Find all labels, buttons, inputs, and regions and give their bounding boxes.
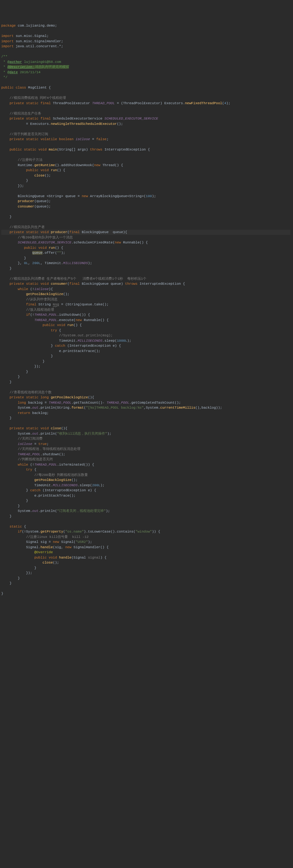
comment: //每200毫秒 判断线程池积压数量 [34,473,88,477]
run-method: public void run() { [42,323,82,327]
comment: //判断线程池是否关闭 [18,458,53,461]
comment: //每200毫秒向队列中放入一个消息 [18,236,73,239]
sleep-call: TimeUnit.MILLISECONDS.sleep(1000L); [59,339,131,343]
brace: } [18,577,20,580]
return: return backlog; [18,411,49,415]
signal-new: Signal sig = new Signal("USR2"); [26,540,92,544]
while: while (!THREAD_POOL.isTerminated()) { [18,463,94,467]
handle-method: public void handle(Signal signal) { [34,556,107,559]
execute-call: THREAD_POOL.execute(new Runnable() { [34,318,109,322]
comment: //模拟消费线程池 同时4个线程处理 [9,96,66,100]
run-method: public void run() { [24,246,63,250]
backlog-call: getPoolBacklogSize(); [26,292,69,296]
static-block: static { [9,525,26,528]
comment: //关闭线程池，等待线程池积压消息处理 [18,447,80,451]
import-line: import sun.misc.Signal; [1,34,49,38]
println: System.out.println("收到kill消息，执行关闭操作"); [18,432,111,436]
queue-decl: BlockingQueue <String> queue = new Array… [18,194,156,198]
brace: } [18,375,20,379]
main-sig: public static void main(String[] args) t… [9,148,150,151]
println: System.out.println("订阅者关闭，线程池处理完毕"); [18,509,110,513]
println: System.out.println(String.format("[%s]TH… [18,406,222,410]
brace: }); [18,184,24,188]
brace: } [18,504,20,508]
comment: //关闭订阅消费 [18,437,42,441]
override-annotation: @Override [34,550,53,554]
brace: }); [26,571,32,575]
comment: //查看线程池堆积消息个数 [9,391,51,394]
producer-call: producer(queue); [18,199,51,203]
comment: //模拟消息队列生产者 [9,225,44,229]
comment: //用于判断是否关闭订阅 [9,132,48,136]
caret-line: private static void producer(final Block… [1,230,291,235]
consumer-call: consumer(queue); [18,205,51,208]
catch: } catch (InterruptedException e) { [26,489,96,492]
field-scheduler: private static final ScheduledExecutorSe… [9,117,158,121]
brace: } [9,380,11,384]
comment: //放入线程池处理 [26,308,54,312]
try: try { [26,468,36,471]
if-shutdown: if(!THREAD_POOL.isShutdown()) { [26,313,90,317]
class-close-brace: } [1,592,3,595]
brace: } [24,256,26,260]
comment: //模拟消息生产任务 [9,112,41,116]
field-isclose: private static volatile boolean isClose … [9,137,108,141]
javadoc-open: /** [1,55,7,59]
import-line: import sun.misc.SignalHandler; [1,39,63,43]
javadoc-author: * @author lujianing01@58.com [1,60,61,64]
field-thread-pool: private static final ThreadPoolExecutor … [9,101,230,105]
backlog-call: getPoolBacklogSize(); [34,478,78,482]
take-call: final String msg = (String)queue.take(); [26,303,108,306]
backlog-calc: long backlog = THREAD_POOL.getTaskCount(… [18,401,181,405]
javadoc-date: * @date 2016/11/14 [1,70,40,74]
signal-handle: Signal.handle(sig, new SignalHandler() { [26,546,108,549]
shutdown-hook: Runtime.getRuntime().addShutdownHook(new… [18,163,123,167]
brace: } [9,416,11,420]
brace: } [9,215,11,219]
comment: //注册linux kill信号量 kill -12 [26,535,89,539]
sleep-call: TimeUnit.MILLISECONDS.sleep(200L); [34,484,104,487]
brace: } [26,179,28,182]
try: try { [51,329,61,332]
field-scheduler-init: = Executors.newSingleThreadScheduledExec… [26,122,123,126]
run-method: public void run() { [26,168,65,172]
printstack: e.printStackTrace(); [59,349,100,353]
brace: }); [34,365,41,368]
offer-call: queue.offer(""); [32,251,65,255]
while: while (!isClose){ [18,287,53,291]
comment: //注册钩子方法 [18,158,42,162]
pkg-line: package com.lujianing.demo; [1,24,57,28]
consumer-sig: private static void consumer(final Block… [9,282,185,286]
brace: } [9,515,11,518]
close-call: close(); [42,561,59,564]
brace: } [51,354,53,358]
comment: //模拟消息队列消费者 生产者每秒生产5个 消费者4个线程消费1个1秒 每秒积压… [9,277,146,281]
schedule-call: SCHEDULED_EXECUTOR_SERVICE.scheduleAtFix… [18,241,148,244]
close-sig: private static void close(){ [9,427,67,430]
if-os: if(!System.getProperty("os.name").toLowe… [18,530,160,533]
code-editor[interactable]: package com.lujianing.demo; import sun.m… [1,23,291,596]
close-call: close(); [34,174,51,178]
brace: } [9,267,11,270]
brace: } [34,566,37,570]
javadoc-desc: * @Description:消息队列平滑关闭模拟 [1,65,69,69]
brace: } [26,370,28,374]
import-line: import java.util.concurrent.*; [1,44,63,48]
comment: //从队列中拿到消息 [26,298,58,301]
printstack: e.printStackTrace(); [34,494,76,498]
schedule-end: }, 0L, 200L, TimeUnit.MILLISECONDS); [18,261,92,265]
brace: } [42,360,45,363]
class-decl: public class MsgClient { [1,86,51,90]
javadoc-close: */ [1,75,7,79]
assign: isClose = true; [18,442,49,446]
brace: } [9,581,11,585]
backlog-sig: private static long getPoolBacklogSize()… [9,396,94,399]
brace: } [26,499,28,502]
catch: } catch (InterruptedException e) { [51,344,121,348]
comment: //System.out.println(msg); [59,334,113,337]
shutdown: THREAD_POOL.shutdown(); [18,453,65,456]
